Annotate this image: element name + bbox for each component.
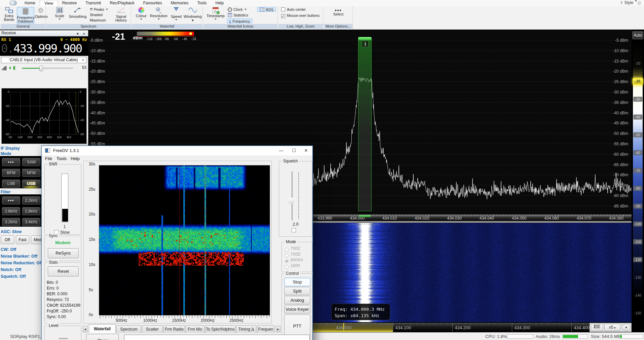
- clear-button[interactable]: Clear: [86, 334, 119, 340]
- volume-slider[interactable]: [22, 68, 73, 69]
- close-panel-icon[interactable]: ✕: [83, 31, 85, 37]
- shaded-button[interactable]: Shaded: [90, 12, 103, 17]
- ribbon-tab-receive[interactable]: Receive: [58, 0, 81, 6]
- scale-button[interactable]: Scale: [53, 7, 66, 21]
- collapse-panel-icon[interactable]: ▼: [76, 31, 79, 37]
- style-control[interactable]: ⇕ Style ⚙: [620, 0, 641, 6]
- frequency-button[interactable]: ΣFrequency: [227, 18, 252, 23]
- rx-channel-handle[interactable]: [358, 37, 372, 40]
- mode-button-SAM[interactable]: SAM: [22, 158, 40, 166]
- menu-help[interactable]: Help: [71, 156, 80, 161]
- ribbon-tab-view[interactable]: View: [40, 0, 58, 6]
- tabs-scroll-left[interactable]: ◄: [83, 326, 87, 332]
- squelch-checkbox[interactable]: [292, 228, 296, 232]
- freedv-tab-frequen[interactable]: Frequen: [257, 325, 274, 333]
- dsp-status-0[interactable]: CW: Off: [1, 247, 16, 252]
- dsp-status-3[interactable]: Notch: Off: [1, 267, 21, 272]
- tuned-frequency[interactable]: 0.433.999.900: [1, 42, 82, 55]
- peaks-button[interactable]: ⇈ Peaks: [90, 7, 113, 12]
- audio-input-select[interactable]: CABLE Input (VB-Audio Virtual Cable): [1, 57, 86, 63]
- ribbon-tab-memories[interactable]: Memories: [166, 0, 193, 6]
- gear-icon[interactable]: ⚙: [637, 0, 641, 6]
- freedv-tab-frmmic[interactable]: Frm Mic: [186, 325, 204, 333]
- volume-slider-thumb[interactable]: [39, 66, 43, 71]
- frequency-database-button[interactable]: Frequency Database: [17, 7, 34, 24]
- ribbon-tab-recplayback[interactable]: Rec/Playback: [105, 0, 139, 6]
- freedv-window[interactable]: FreeDV 1.3.1 — ☐ ✕ FileToolsHelp SNR 1 S…: [41, 146, 313, 340]
- auto-center-checkbox[interactable]: Auto center: [281, 7, 306, 12]
- mode-radio-700C[interactable]: [285, 248, 289, 252]
- freedv-tab-scatter[interactable]: Scatter: [142, 325, 163, 333]
- freedv-tab-tospkrhdphns[interactable]: To Spkr/Hdphns: [205, 325, 235, 333]
- dsp-status-1[interactable]: Noise Blanker: Off: [1, 254, 37, 259]
- menu-file[interactable]: File: [45, 156, 52, 161]
- ribbon-tab-help[interactable]: Help: [211, 0, 228, 6]
- clock-button[interactable]: Clock: [228, 7, 247, 12]
- freedv-waterfall-plot[interactable]: [99, 165, 270, 315]
- if-display-label[interactable]: IF Display: [1, 146, 20, 151]
- mode-button-LSB[interactable]: LSB: [2, 180, 20, 188]
- freedv-tab-waterfall[interactable]: Waterfall: [89, 324, 116, 333]
- windowing-button[interactable]: Windowing ▾: [183, 7, 203, 22]
- voice-keyer-button[interactable]: Voice Keyer: [284, 305, 310, 313]
- filter-button-3.4kHz[interactable]: 3.4kHz: [22, 218, 40, 226]
- keyboard-entry-button[interactable]: [591, 324, 603, 331]
- ribbon-tab-favourites[interactable]: Favourites: [139, 0, 166, 6]
- freedv-titlebar[interactable]: FreeDV 1.3.1 — ☐ ✕: [42, 146, 312, 155]
- mode-radio-1600[interactable]: [285, 265, 289, 269]
- filter-button-[interactable]: •••: [2, 196, 20, 204]
- rds-button[interactable]: RDS: [257, 7, 276, 12]
- ribbon-tab-home[interactable]: Home: [20, 0, 40, 6]
- agc-button-fast[interactable]: Fast: [16, 235, 29, 244]
- close-button[interactable]: ✕: [300, 146, 312, 155]
- agc-label[interactable]: AGC: Slow: [1, 229, 22, 234]
- filter-button-2.2kHz[interactable]: 2.2kHz: [22, 196, 40, 204]
- mode-button-BFM[interactable]: BFM: [2, 169, 20, 177]
- ribbon-tab-transmit[interactable]: Transmit: [81, 0, 105, 6]
- dsp-status-4[interactable]: Squelch: Off: [1, 274, 26, 279]
- auto-level-button[interactable]: Auto: [632, 31, 643, 39]
- squelch-slider-thumb[interactable]: [289, 198, 296, 203]
- squelch-slider[interactable]: [292, 172, 293, 220]
- split-button[interactable]: Split: [284, 287, 310, 295]
- rx-channel-badge[interactable]: 1: [362, 41, 369, 47]
- rx-channel-region[interactable]: [358, 37, 372, 211]
- signal-history-button[interactable]: Signal History: [113, 7, 129, 22]
- mouse-over-checkbox[interactable]: ✓Mouse-over buttons: [281, 13, 319, 18]
- filter-button-2.6kHz[interactable]: 2.6kHz: [2, 207, 20, 215]
- options-button[interactable]: ⚙Options: [35, 7, 46, 18]
- filter-button-3.2kHz[interactable]: 3.2kHz: [2, 218, 20, 226]
- mode-button-NFM[interactable]: NFM: [22, 169, 40, 177]
- tabs-scroll-right[interactable]: ►: [276, 326, 280, 332]
- mode-label[interactable]: Mode: [1, 151, 11, 156]
- reset-button[interactable]: Reset: [48, 266, 79, 276]
- resolution-button[interactable]: +Resolution: [149, 7, 168, 21]
- agc-button-off[interactable]: Off: [1, 235, 14, 244]
- collapse-ribbon-icon[interactable]: ⇕: [620, 0, 623, 5]
- mode-radio-800XA[interactable]: [285, 259, 289, 263]
- zoom-button[interactable]: x5 ▸: [604, 324, 620, 331]
- mode-radio-700D[interactable]: [285, 254, 289, 257]
- smoothing-button[interactable]: Smoothing: [67, 7, 88, 18]
- filter-button-2.8kHz[interactable]: 2.8kHz: [22, 207, 40, 215]
- dsp-status-2[interactable]: Noise Reduction: Off: [1, 261, 42, 265]
- minimize-button[interactable]: —: [275, 146, 287, 155]
- level-slider[interactable]: [59, 338, 68, 339]
- style-label[interactable]: Style: [624, 0, 633, 5]
- freedv-tab-timing[interactable]: Timing Δ: [236, 325, 256, 333]
- speed-button[interactable]: Speed: [169, 7, 183, 22]
- mode-button-[interactable]: •••: [2, 158, 20, 166]
- ribbon-tab-tools[interactable]: Tools: [193, 0, 211, 6]
- filter-label[interactable]: Filter: [1, 190, 10, 194]
- stop-button[interactable]: Stop: [284, 278, 310, 286]
- app-logo-icon[interactable]: [9, 1, 17, 5]
- extra-bands-button[interactable]: Extra Bands: [2, 7, 16, 22]
- menu-tools[interactable]: Tools: [56, 156, 67, 161]
- colour-button[interactable]: Colour: [134, 7, 148, 21]
- analog-button[interactable]: Analog: [284, 296, 310, 304]
- maximize-button[interactable]: ☐: [288, 146, 300, 155]
- speaker-icon[interactable]: [9, 66, 15, 70]
- freedv-tab-spectrum[interactable]: Spectrum: [116, 325, 141, 333]
- fast-forward-button[interactable]: »: [622, 324, 631, 331]
- maximum-button[interactable]: Maximum: [90, 18, 106, 23]
